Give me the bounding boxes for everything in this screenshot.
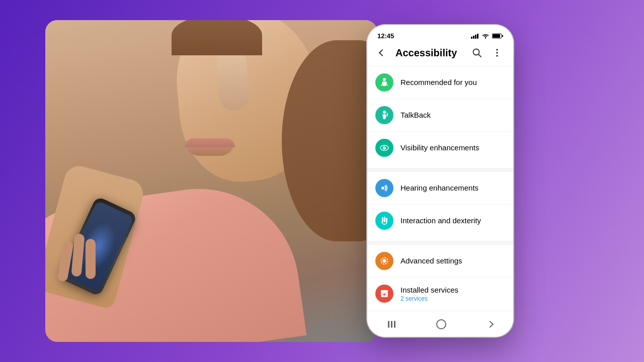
person-silhouette — [45, 20, 377, 342]
interaction-text-area: Interaction and dexterity — [400, 216, 505, 225]
phone-mockup: 12:45 — [367, 25, 513, 337]
more-icon — [492, 48, 502, 58]
visibility-icon — [375, 139, 393, 157]
menu-section-1: Recommended for you TalkBack — [367, 66, 513, 164]
svg-rect-0 — [471, 37, 472, 39]
svg-rect-6 — [502, 35, 503, 37]
svg-rect-1 — [473, 36, 474, 39]
menu-item-recommended[interactable]: Recommended for you — [367, 66, 513, 99]
advanced-text-area: Advanced settings — [400, 256, 505, 265]
menu-section-3: Advanced settings Installed se — [367, 245, 513, 310]
status-time: 12:45 — [377, 32, 394, 40]
menu-item-advanced[interactable]: Advanced settings — [367, 245, 513, 278]
svg-point-17 — [383, 146, 386, 149]
svg-point-12 — [383, 78, 386, 81]
photo-panel — [45, 20, 377, 342]
wifi-icon — [481, 34, 490, 39]
svg-point-18 — [384, 147, 385, 148]
search-button[interactable] — [469, 45, 485, 61]
hearing-sound-icon — [379, 183, 390, 194]
svg-point-10 — [496, 52, 498, 54]
svg-rect-3 — [477, 34, 478, 39]
svg-point-9 — [496, 49, 498, 51]
advanced-icon — [375, 252, 393, 270]
phone-header: Accessibility — [367, 43, 513, 66]
svg-point-19 — [381, 187, 384, 190]
svg-point-15 — [383, 111, 386, 114]
divider-2 — [367, 241, 513, 245]
advanced-title: Advanced settings — [400, 256, 462, 265]
hand-icon — [379, 215, 390, 226]
divider-1 — [367, 168, 513, 172]
signal-icon — [471, 34, 479, 39]
status-bar: 12:45 — [367, 25, 513, 43]
eye-icon — [379, 142, 390, 153]
back-arrow-icon — [379, 49, 386, 56]
package-icon — [379, 288, 390, 299]
installed-subtitle: 2 services — [400, 295, 505, 302]
menu-item-visibility[interactable]: Visibility enhancements — [367, 132, 513, 164]
battery-icon — [492, 33, 503, 39]
talkback-title: TalkBack — [400, 111, 431, 119]
recommended-icon — [375, 73, 393, 92]
status-icons — [471, 33, 503, 39]
svg-rect-22 — [386, 218, 387, 222]
menu-item-interaction[interactable]: Interaction and dexterity — [367, 205, 513, 237]
visibility-title: Visibility enhancements — [400, 143, 479, 152]
back-button[interactable] — [375, 46, 389, 60]
interaction-title: Interaction and dexterity — [400, 216, 481, 225]
recommended-text-area: Recommended for you — [400, 78, 505, 87]
menu-item-hearing[interactable]: Hearing enhancements — [367, 172, 513, 205]
person-accessibility-icon — [379, 77, 390, 88]
svg-rect-2 — [475, 35, 476, 39]
home-icon — [436, 319, 446, 329]
settings-gear-icon — [379, 255, 390, 266]
svg-line-8 — [478, 54, 481, 57]
hearing-title: Hearing enhancements — [400, 184, 478, 192]
installed-icon — [375, 285, 393, 303]
back-nav-button[interactable] — [479, 318, 501, 331]
recents-icon — [388, 321, 395, 328]
recommended-title: Recommended for you — [400, 78, 477, 86]
talkback-icon — [375, 106, 393, 124]
svg-point-23 — [383, 259, 386, 263]
header-actions — [469, 45, 505, 61]
menu-item-installed[interactable]: Installed services 2 services — [367, 278, 513, 310]
hearing-icon — [375, 179, 393, 197]
home-button[interactable] — [428, 315, 454, 333]
installed-title: Installed services — [400, 286, 458, 294]
photo-background — [45, 20, 377, 342]
nav-bar — [367, 311, 513, 337]
hearing-text-area: Hearing enhancements — [400, 184, 505, 193]
menu-section-2: Hearing enhancements Interacti — [367, 172, 513, 237]
back-nav-icon — [487, 320, 494, 327]
menu-item-talkback[interactable]: TalkBack — [367, 99, 513, 132]
menu-content: Recommended for you TalkBack — [367, 66, 513, 318]
interaction-icon — [375, 212, 393, 230]
talkback-text-area: TalkBack — [400, 111, 505, 120]
content-wrapper: 12:45 — [45, 15, 599, 347]
page-title: Accessibility — [395, 47, 463, 59]
svg-rect-21 — [384, 217, 385, 222]
svg-rect-26 — [381, 290, 388, 292]
talkback-person-icon — [379, 110, 390, 121]
svg-point-11 — [496, 55, 498, 57]
visibility-text-area: Visibility enhancements — [400, 143, 505, 152]
svg-rect-5 — [493, 34, 500, 38]
recents-button[interactable] — [380, 317, 404, 332]
search-icon — [472, 48, 482, 58]
installed-text-area: Installed services 2 services — [400, 286, 505, 302]
more-options-button[interactable] — [489, 45, 505, 61]
